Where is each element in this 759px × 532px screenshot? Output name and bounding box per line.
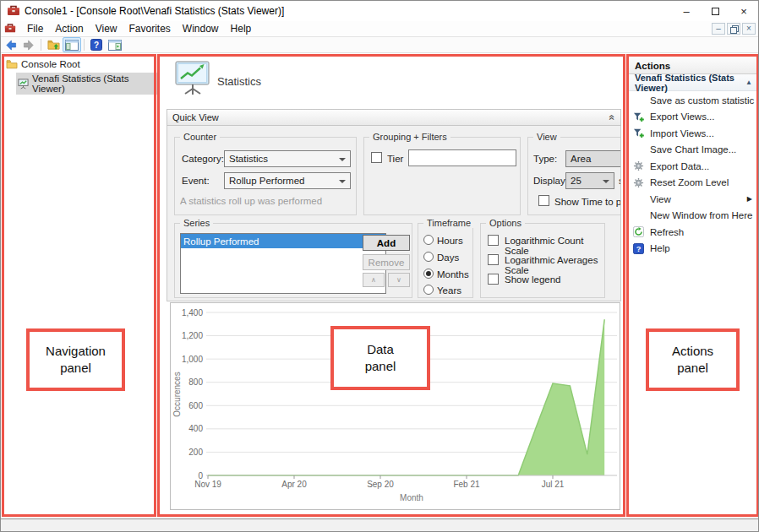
svg-text:Sep 20: Sep 20 (367, 480, 394, 489)
filter-input[interactable] (408, 149, 516, 166)
back-button[interactable] (1, 37, 19, 52)
folder-icon (6, 59, 18, 69)
type-select[interactable]: Area (565, 150, 621, 167)
actions-title-label: Actions (635, 61, 670, 71)
menubar: File Action View Favorites Window Help –… (1, 21, 758, 37)
status-bar (1, 518, 758, 532)
action-import-views[interactable]: Import Views... (628, 125, 759, 142)
remove-button[interactable]: Remove (363, 254, 410, 270)
svg-text:400: 400 (188, 424, 203, 433)
tree-item-label: Venafi Statistics (Stats Viewer) (32, 73, 155, 94)
radio-days-label: Days (437, 252, 459, 263)
action-reset-zoom-level[interactable]: Reset Zoom Level (628, 175, 759, 192)
radio-years-label: Years (437, 285, 461, 296)
move-up-button[interactable]: ∧ (363, 273, 385, 287)
toolbar: ? (1, 37, 758, 53)
child-window-controls: – × (712, 23, 756, 35)
mmc-window: Console1 - [Console Root\Venafi Statisti… (0, 0, 759, 532)
menu-view[interactable]: View (90, 23, 123, 35)
action-new-window-from-here[interactable]: New Window from Here (628, 208, 759, 225)
display-suffix: series (619, 176, 621, 186)
log-averages-checkbox[interactable] (488, 254, 499, 265)
category-select[interactable]: Statistics (224, 150, 351, 167)
show-legend-checkbox[interactable] (488, 274, 499, 285)
radio-months[interactable] (423, 269, 434, 279)
display-select[interactable]: 25 (565, 172, 614, 189)
maximize-button[interactable] (701, 1, 729, 21)
up-one-level-button[interactable] (44, 37, 63, 52)
tier-checkbox[interactable] (371, 152, 382, 163)
show-time-checkbox[interactable] (538, 195, 549, 206)
radio-months-label: Months (437, 269, 469, 280)
gear-icon (632, 177, 645, 188)
series-list-item-selected[interactable]: Rollup Performed (181, 234, 385, 248)
help-toolbar-button[interactable]: ? (87, 37, 106, 52)
gear-icon (632, 160, 645, 171)
show-action-pane-button[interactable] (106, 37, 124, 52)
menu-help[interactable]: Help (225, 23, 258, 35)
export-views-icon (632, 111, 645, 122)
menu-action[interactable]: Action (49, 23, 89, 35)
child-minimize-button[interactable]: – (712, 23, 725, 35)
forward-button[interactable] (19, 37, 38, 52)
restore-icon (730, 25, 737, 32)
action-pane-icon (108, 40, 122, 51)
radio-days[interactable] (423, 252, 434, 262)
menu-file[interactable]: File (21, 23, 49, 35)
action-help[interactable]: ? Help (628, 241, 759, 258)
event-value: Rollup Performed (229, 176, 304, 186)
refresh-icon (632, 226, 645, 237)
svg-text:Jul 21: Jul 21 (542, 480, 565, 489)
quick-view-title: Quick View (172, 112, 219, 122)
page-title: Statistics (217, 75, 261, 88)
counter-legend: Counter (180, 132, 220, 142)
collapse-chevron-icon[interactable]: « (607, 115, 619, 121)
action-view[interactable]: View ▶ (628, 191, 759, 208)
action-export-data[interactable]: Export Data... (628, 158, 759, 175)
event-description: A statistics roll up was performed (180, 196, 322, 206)
menu-window[interactable]: Window (177, 23, 225, 35)
chevron-down-icon (339, 158, 346, 161)
tree-item-console-root[interactable]: Console Root (6, 59, 80, 69)
statistics-page-icon (173, 60, 212, 100)
navigation-panel: Console Root Venafi Statistics (Stats Vi… (1, 53, 158, 518)
forward-arrow-icon (23, 39, 35, 52)
menu-favorites[interactable]: Favorites (123, 23, 177, 35)
tree-item-venafi-statistics[interactable]: Venafi Statistics (Stats Viewer) (16, 73, 158, 95)
statistics-chart: 02004006008001,0001,2001,400Nov 19Apr 20… (170, 302, 620, 510)
series-listbox[interactable]: Rollup Performed (180, 233, 386, 294)
radio-hours[interactable] (423, 235, 434, 245)
type-label: Type: (533, 154, 557, 164)
child-restore-button[interactable] (727, 23, 740, 35)
stats-viewer-icon (18, 79, 29, 90)
show-console-tree-button[interactable] (63, 37, 81, 52)
log-count-checkbox[interactable] (488, 235, 499, 246)
back-arrow-icon (4, 39, 17, 52)
minimize-button[interactable]: – (672, 1, 701, 21)
action-save-chart-image[interactable]: Save Chart Image... (628, 142, 759, 159)
quick-view-header[interactable]: Quick View « (167, 109, 621, 126)
action-save-custom-statistic[interactable]: Save as custom statistic (628, 92, 759, 109)
svg-text:Month: Month (400, 493, 423, 502)
svg-text:1,400: 1,400 (182, 308, 203, 318)
collapse-up-triangle-icon[interactable]: ▲ (745, 79, 752, 86)
show-legend-label: Show legend (505, 274, 561, 285)
submenu-arrow-icon: ▶ (747, 195, 752, 203)
close-button[interactable]: × (729, 1, 758, 21)
series-groupbox: Series Rollup Performed Add Remove ∧ ∨ (174, 223, 412, 298)
action-refresh[interactable]: Refresh (628, 224, 759, 241)
svg-text:Feb 21: Feb 21 (453, 480, 480, 489)
child-close-button[interactable]: × (742, 23, 756, 35)
add-button[interactable]: Add (363, 235, 410, 251)
svg-text:?: ? (636, 245, 642, 253)
move-down-button[interactable]: ∨ (388, 273, 410, 287)
event-select[interactable]: Rollup Performed (224, 172, 351, 189)
action-export-views[interactable]: Export Views... (628, 109, 759, 126)
actions-section-header[interactable]: Venafi Statistics (Stats Viewer) ▲ (628, 74, 759, 91)
type-value: Area (571, 154, 591, 164)
radio-years[interactable] (423, 285, 434, 295)
options-legend: Options (486, 218, 525, 228)
category-value: Statistics (229, 154, 268, 164)
svg-text:800: 800 (188, 377, 203, 387)
data-panel: Statistics Quick View « Counter Category… (158, 53, 627, 518)
